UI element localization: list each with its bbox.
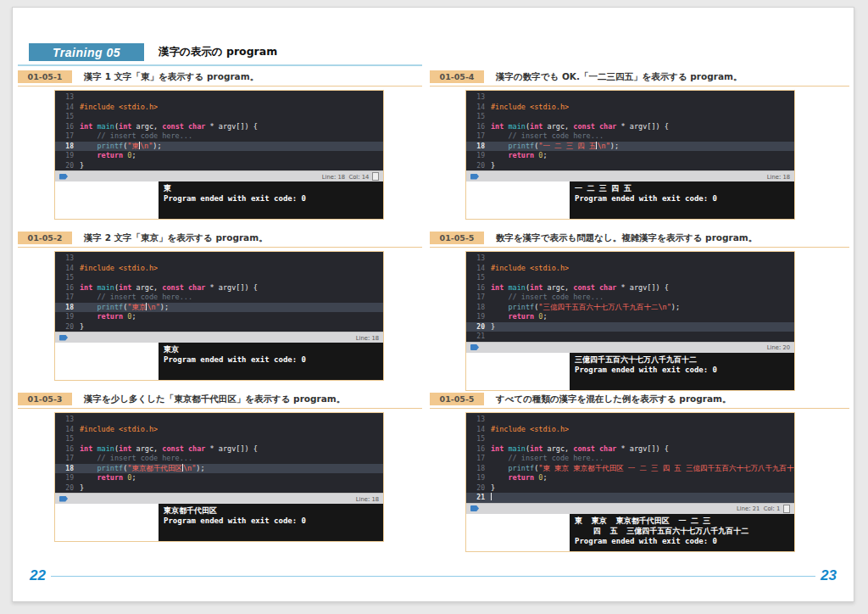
code-token: \n" [140, 142, 153, 150]
code-token: int [530, 283, 542, 292]
line-number: 14 [466, 264, 491, 274]
code-token: const [162, 283, 184, 292]
code-line: 21 [466, 493, 794, 503]
code-token: return [97, 312, 123, 321]
code-token: argc, [131, 122, 162, 131]
code-line: 16int main(int argc, const char * argv[]… [55, 122, 383, 132]
code-line: 19 return 0; [55, 473, 383, 483]
code-line: 14#include <stdio.h> [466, 264, 794, 274]
document-icon [783, 505, 790, 513]
text-cursor [491, 493, 492, 500]
code-line: 15 [466, 112, 794, 122]
output-row: 三億四千五百六十七万八千九百十二 Program ended with exit… [466, 353, 794, 390]
code-line: 19 return 0; [466, 151, 794, 161]
code-line: 13 [55, 92, 383, 103]
exercise-section-2: 01-05-2 漢字 2 文字「東京」を表示する program。 1314#i… [18, 232, 422, 393]
code-screenshot: 1314#include <stdio.h>1516int main(int a… [465, 90, 795, 220]
footer: 22 23 [18, 567, 849, 584]
code-token [80, 464, 97, 472]
code-line: 17 // insert code here... [55, 454, 383, 464]
code-token: argc, [131, 283, 162, 292]
code-line: 19 return 0; [466, 312, 794, 322]
code-token [80, 303, 97, 311]
code-line: 20} [55, 483, 383, 494]
line-number: 16 [466, 444, 491, 455]
code-token: int [530, 444, 542, 453]
code-token: \n" [183, 464, 196, 472]
code-line: 14#include <stdio.h> [55, 425, 383, 435]
code-line: 17 // insert code here... [466, 454, 794, 464]
code-line: 19 return 0; [55, 151, 383, 161]
editor-status-bar: Line: 18 [55, 332, 383, 343]
code-line: 15 [55, 112, 383, 122]
page-columns: Training 05 漢字の表示の program 01-05-1 漢字 1 … [13, 8, 854, 554]
code-token: "三億四千五百六十七万八千九百十二\n" [538, 303, 670, 311]
code-token: const [162, 122, 184, 131]
code-line: 17 // insert code here... [466, 131, 794, 142]
code-token: int [530, 122, 542, 131]
code-editor: 1314#include <stdio.h>1516int main(int a… [466, 413, 794, 503]
code-token: char [599, 444, 616, 453]
code-line: 15 [55, 434, 383, 444]
code-token: } [80, 161, 84, 170]
code-editor: 1314#include <stdio.h>1516int main(int a… [466, 252, 794, 342]
code-line: 16int main(int argc, const char * argv[]… [55, 283, 383, 293]
line-number: 20 [55, 322, 80, 332]
line-number: 17 [466, 293, 491, 303]
line-number: 18 [55, 142, 80, 152]
line-number: 15 [466, 112, 491, 122]
code-token: #include <stdio.h> [491, 425, 569, 433]
exercise-section-5: 01-05-5 数字を漢字で表示も問題なし。複雑漢字を表示する program。… [430, 232, 849, 393]
footer-rule-right [433, 576, 815, 577]
code-token: return [508, 312, 534, 321]
console-output: 三億四千五百六十七万八千九百十二 Program ended with exit… [570, 353, 794, 390]
line-number: 16 [55, 283, 80, 293]
output-row: 東 Program ended with exit code: 0 [55, 181, 383, 219]
code-token: ; [542, 312, 547, 321]
code-token: main [97, 444, 114, 453]
cursor-position-label: Line: 18 [767, 173, 790, 180]
code-token [80, 473, 97, 482]
code-line: 19 return 0; [55, 312, 383, 322]
line-number: 21 [466, 493, 491, 503]
code-token: return [97, 473, 123, 482]
output-row: 一 二 三 四 五 Program ended with exit code: … [466, 181, 794, 219]
cursor-position-label: Line: 21 Col: 1 [737, 505, 780, 512]
line-number: 20 [55, 161, 80, 171]
code-line: 16int main(int argc, const char * argv[]… [55, 444, 383, 455]
line-number: 13 [466, 254, 491, 264]
code-token: } [491, 322, 495, 331]
line-number: 15 [55, 273, 80, 283]
line-number: 16 [55, 122, 80, 132]
code-token: int [491, 444, 504, 453]
code-token: * argv[]) { [616, 444, 668, 453]
code-line: 13 [55, 415, 383, 425]
line-number: 18 [466, 464, 491, 474]
editor-status-bar: Line: 18 Col: 14 [55, 170, 383, 181]
line-number: 17 [55, 454, 80, 464]
console-output: 東京 Program ended with exit code: 0 [159, 343, 383, 380]
training-badge: Training 05 [29, 43, 144, 61]
code-token [491, 142, 508, 150]
code-token: #include <stdio.h> [491, 103, 569, 111]
console-output: 一 二 三 四 五 Program ended with exit code: … [570, 181, 794, 219]
code-line: 19 return 0; [466, 473, 794, 483]
code-editor: 1314#include <stdio.h>1516int main(int a… [55, 252, 383, 332]
console-output: 東 Program ended with exit code: 0 [159, 181, 383, 219]
code-token: ); [610, 142, 619, 150]
code-token: "東京 [127, 303, 146, 311]
code-line: 20} [55, 161, 383, 171]
code-line: 18 printf("東 東京 東京都千代田区 一 二 三 四 五 三億四千五百… [466, 464, 794, 474]
code-line: 15 [466, 434, 794, 444]
code-line: 13 [466, 92, 794, 103]
code-token: main [508, 444, 525, 453]
line-number: 20 [466, 483, 491, 494]
code-screenshot: 1314#include <stdio.h>1516int main(int a… [54, 251, 384, 381]
code-token: int [491, 283, 504, 292]
exercise-caption: すべての種類の漢字を混在した例を表示する program。 [496, 394, 732, 405]
code-token: #include <stdio.h> [491, 264, 569, 272]
line-number: 18 [466, 303, 491, 313]
code-token: return [508, 473, 534, 482]
line-number: 17 [55, 131, 80, 142]
code-token: ); [160, 303, 169, 311]
